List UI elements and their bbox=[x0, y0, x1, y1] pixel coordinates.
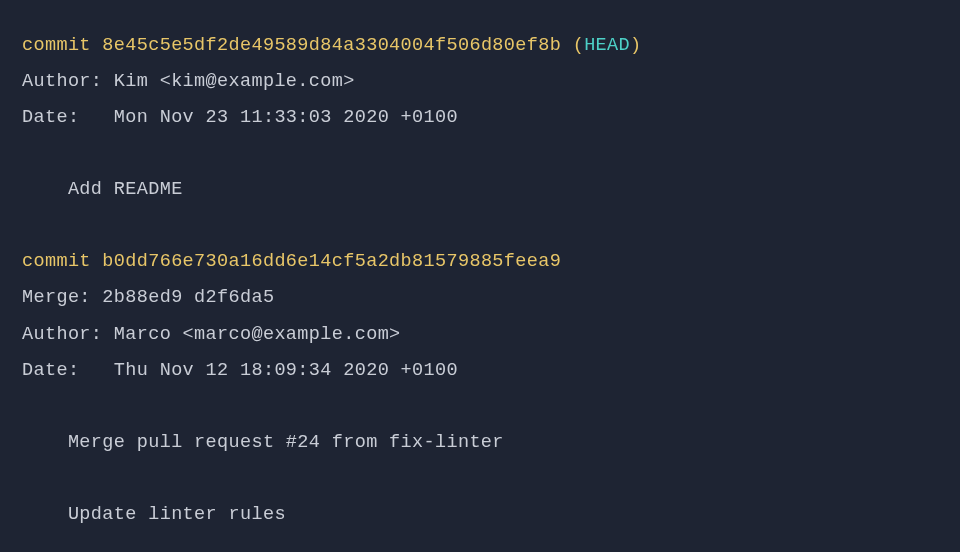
blank-line bbox=[22, 389, 938, 425]
blank-line bbox=[22, 461, 938, 497]
commit-hash: 8e45c5e5df2de49589d84a3304004f506d80ef8b bbox=[102, 35, 561, 56]
commit-message-line: Add README bbox=[22, 172, 938, 208]
blank-line bbox=[22, 208, 938, 244]
merge-line: Merge: 2b88ed9 d2f6da5 bbox=[22, 280, 938, 316]
git-log-output: commit 8e45c5e5df2de49589d84a3304004f506… bbox=[22, 28, 938, 533]
ref-paren-open: ( bbox=[561, 35, 584, 56]
commit-hash: b0dd766e730a16dd6e14cf5a2db81579885feea9 bbox=[102, 251, 561, 272]
commit-line: commit 8e45c5e5df2de49589d84a3304004f506… bbox=[22, 28, 938, 64]
commit-message-line: Update linter rules bbox=[22, 497, 938, 533]
date-line: Date: Mon Nov 23 11:33:03 2020 +0100 bbox=[22, 100, 938, 136]
commit-line: commit b0dd766e730a16dd6e14cf5a2db815798… bbox=[22, 244, 938, 280]
commit-label: commit bbox=[22, 251, 102, 272]
commit-message-line: Merge pull request #24 from fix-linter bbox=[22, 425, 938, 461]
blank-line bbox=[22, 136, 938, 172]
author-line: Author: Kim <kim@example.com> bbox=[22, 64, 938, 100]
ref-paren-close: ) bbox=[630, 35, 641, 56]
ref-head: HEAD bbox=[584, 35, 630, 56]
commit-label: commit bbox=[22, 35, 102, 56]
author-line: Author: Marco <marco@example.com> bbox=[22, 317, 938, 353]
date-line: Date: Thu Nov 12 18:09:34 2020 +0100 bbox=[22, 353, 938, 389]
